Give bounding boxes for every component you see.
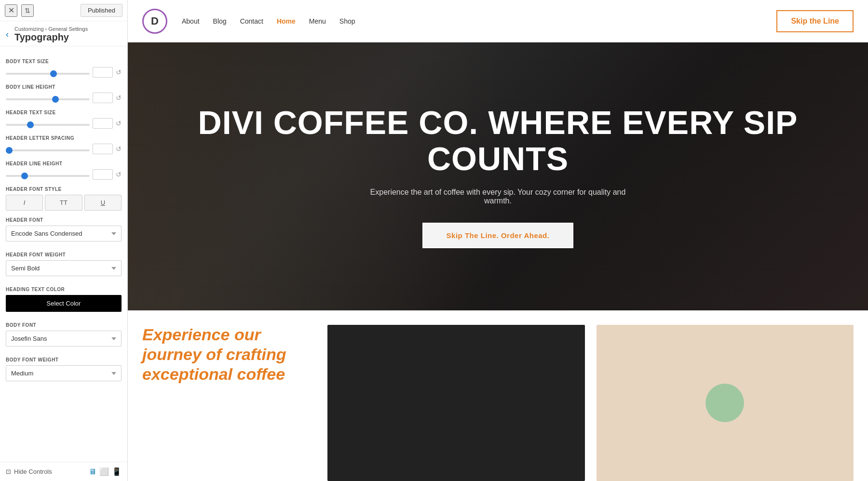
body-line-height-reset[interactable]: ↺ (116, 94, 122, 102)
body-line-height-input[interactable]: 1.8 (93, 93, 113, 103)
below-text: Experience our journey of crafting excep… (142, 325, 316, 481)
panel-header: ‹ Customizing › General Settings Typogra… (0, 21, 127, 46)
header-text-size-label: HEADER TEXT SIZE (6, 110, 122, 115)
header-letter-spacing-row: 0 ↺ (6, 144, 122, 154)
header-letter-spacing-label: HEADER LETTER SPACING (6, 135, 122, 141)
preview-below: Experience our journey of crafting excep… (128, 310, 868, 481)
caps-style-button[interactable]: TT (45, 195, 82, 211)
header-line-height-row: 1 ↺ (6, 169, 122, 180)
nav-links: About Blog Contact Home Menu Shop (182, 17, 762, 25)
italic-style-button[interactable]: I (6, 195, 43, 211)
tablet-icon-button[interactable]: ⬜ (99, 467, 109, 476)
body-line-height-row: 1.8 ↺ (6, 93, 122, 103)
header-line-height-input[interactable]: 1 (93, 169, 113, 180)
heading-text-color-label: HEADING TEXT COLOR (6, 287, 122, 292)
tablet-icon: ⬜ (99, 468, 109, 476)
body-font-weight-label: BODY FONT WEIGHT (6, 357, 122, 362)
device-icons: 🖥 ⬜ 📱 (89, 467, 122, 476)
mobile-icon: 📱 (112, 468, 122, 476)
nav-link-contact[interactable]: Contact (240, 17, 263, 25)
nav-link-home[interactable]: Home (277, 17, 296, 25)
breadcrumb-wrap: Customizing › General Settings Typograph… (14, 26, 88, 43)
header-line-height-slider-wrap (6, 170, 90, 179)
header-font-weight-label: HEADER FONT WEIGHT (6, 252, 122, 257)
below-image-1 (327, 325, 585, 481)
body-text-size-reset[interactable]: ↺ (116, 68, 122, 76)
body-font-weight-select[interactable]: Medium (6, 365, 122, 381)
below-image-2-inner (705, 384, 744, 422)
underline-style-button[interactable]: U (84, 195, 122, 211)
select-color-button[interactable]: Select Color (6, 295, 122, 312)
hero-cta-button[interactable]: Skip The Line. Order Ahead. (422, 223, 574, 248)
header-line-height-label: HEADER LINE HEIGHT (6, 161, 122, 166)
logo-letter: D (151, 15, 159, 27)
body-line-height-slider-wrap (6, 94, 90, 102)
monitor-icon: ⊡ (6, 468, 11, 475)
header-text-size-slider[interactable] (6, 124, 90, 126)
back-arrow-icon[interactable]: ‹ (6, 29, 11, 40)
mobile-icon-button[interactable]: 📱 (112, 467, 122, 476)
font-style-row: I TT U (6, 195, 122, 211)
panel-content: BODY TEXT SIZE 17 ↺ BODY LINE HEIGHT 1.8… (0, 46, 127, 462)
body-font-select[interactable]: Josefin Sans (6, 331, 122, 347)
body-font-label: BODY FONT (6, 322, 122, 328)
nav-link-menu[interactable]: Menu (309, 17, 326, 25)
header-line-height-reset[interactable]: ↺ (116, 171, 122, 178)
header-text-size-input[interactable]: 30 (93, 118, 113, 129)
body-text-size-row: 17 ↺ (6, 67, 122, 78)
header-text-size-reset[interactable]: ↺ (116, 120, 122, 127)
header-font-style-label: HEADER FONT STYLE (6, 187, 122, 192)
body-text-size-label: BODY TEXT SIZE (6, 59, 122, 64)
nav-link-about[interactable]: About (182, 17, 200, 25)
panel-bottom: ⊡ Hide Controls 🖥 ⬜ 📱 (0, 462, 127, 481)
top-bar: ✕ ⇅ Published (0, 0, 127, 21)
hide-controls-label: Hide Controls (14, 468, 52, 475)
header-letter-spacing-slider-wrap (6, 145, 90, 153)
nav-link-blog[interactable]: Blog (213, 17, 227, 25)
header-text-size-slider-wrap (6, 119, 90, 128)
body-line-height-label: BODY LINE HEIGHT (6, 84, 122, 90)
nav-cta-button[interactable]: Skip the Line (776, 10, 854, 32)
header-font-select[interactable]: Encode Sans Condensed (6, 226, 122, 241)
published-button[interactable]: Published (81, 4, 122, 17)
undo-redo-button[interactable]: ⇅ (21, 4, 34, 17)
nav-logo: D (142, 9, 167, 34)
header-line-height-slider[interactable] (6, 175, 90, 177)
right-preview: D About Blog Contact Home Menu Shop Skip… (128, 0, 868, 481)
nav-link-shop[interactable]: Shop (339, 17, 355, 25)
preview-nav: D About Blog Contact Home Menu Shop Skip… (128, 0, 868, 42)
header-letter-spacing-input[interactable]: 0 (93, 144, 113, 154)
left-panel: ✕ ⇅ Published ‹ Customizing › General Se… (0, 0, 128, 481)
preview-hero: DIVI COFFEE CO. WHERE EVERY SIP COUNTS E… (128, 42, 868, 310)
body-line-height-slider[interactable] (6, 98, 90, 100)
hero-title: DIVI COFFEE CO. WHERE EVERY SIP COUNTS (157, 105, 839, 177)
desktop-icon-button[interactable]: 🖥 (89, 467, 96, 476)
panel-title: Typography (14, 32, 88, 43)
desktop-icon: 🖥 (89, 468, 96, 476)
hero-subtitle: Experience the art of coffee with every … (363, 188, 633, 205)
body-text-size-slider[interactable] (6, 73, 90, 75)
breadcrumb: Customizing › General Settings (14, 26, 88, 32)
header-letter-spacing-slider[interactable] (6, 149, 90, 151)
close-button[interactable]: ✕ (5, 4, 17, 17)
hide-controls-button[interactable]: ⊡ Hide Controls (6, 468, 52, 475)
header-letter-spacing-reset[interactable]: ↺ (116, 145, 122, 153)
below-image-2 (597, 325, 854, 481)
body-text-size-slider-wrap (6, 68, 90, 77)
body-text-size-input[interactable]: 17 (93, 67, 113, 78)
header-font-weight-select[interactable]: Semi Bold (6, 260, 122, 276)
header-text-size-row: 30 ↺ (6, 118, 122, 129)
hero-content: DIVI COFFEE CO. WHERE EVERY SIP COUNTS E… (128, 42, 868, 310)
header-font-label: HEADER FONT (6, 217, 122, 223)
below-title: Experience our journey of crafting excep… (142, 325, 316, 384)
